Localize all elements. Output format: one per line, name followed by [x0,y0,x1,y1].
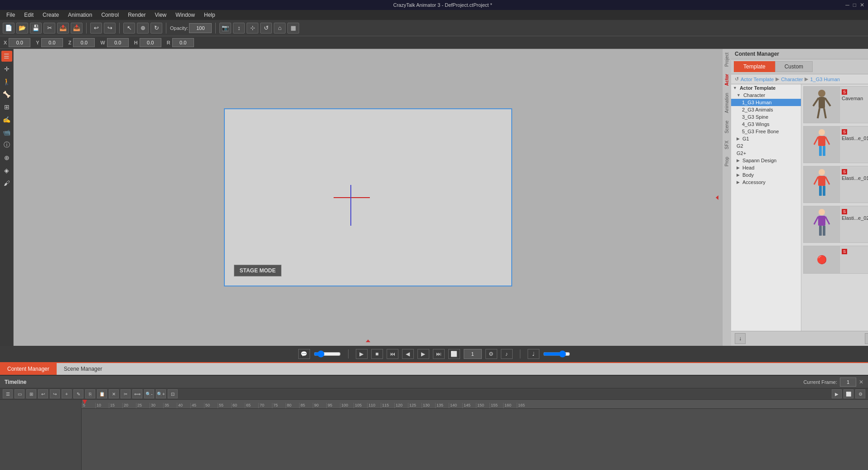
preview-elasti01f[interactable]: S Elasti...e_01_F [803,126,868,163]
menu-edit[interactable]: Edit [19,11,38,19]
transform-button[interactable]: ⊕ [137,23,149,34]
canvas-area[interactable]: STAGE MODE [14,49,722,346]
tool-bone[interactable]: 🦴 [1,89,12,100]
tool-script[interactable]: ✍ [1,114,12,125]
r-input[interactable] [172,38,194,47]
record-button[interactable]: ⬜ [448,349,460,359]
side-tab-scene[interactable]: Scene [723,117,731,137]
side-tab-actor[interactable]: Actor [723,70,731,89]
w-input[interactable] [107,38,129,47]
tab-content-manager[interactable]: Content Manager [0,363,57,375]
save-button[interactable]: 💾 [30,23,42,34]
tool-mesh[interactable]: ⊞ [1,102,12,112]
side-tab-prop[interactable]: Prop [723,153,731,170]
tl-expand-all[interactable]: ☰ [3,389,13,398]
tl-split[interactable]: ✂ [121,389,131,398]
tl-undo[interactable]: ↩ [38,389,48,398]
tree-g3human[interactable]: 1_G3 Human [731,99,801,106]
tab-scene-manager[interactable]: Scene Manager [57,363,110,375]
preview-caveman[interactable]: S Caveman [803,86,868,123]
bc-refresh-icon[interactable]: ↺ [735,76,739,82]
close-button[interactable]: ✕ [860,2,864,8]
cm-add-button[interactable]: + [865,333,868,344]
camera-button[interactable]: 📷 [219,23,231,34]
y-input[interactable] [41,38,63,47]
center-button[interactable]: ⊹ [247,23,258,34]
music-icon[interactable]: ♩ [528,349,539,359]
tl-zoom-in[interactable]: 🔍+ [156,389,166,398]
tab-custom[interactable]: Custom [775,61,813,72]
timeline-close-icon[interactable]: ✕ [859,379,863,385]
tree-g1[interactable]: ▶ G1 [731,135,801,142]
select-button[interactable]: ↖ [123,23,135,34]
prev-frame-button[interactable]: ⏮ [387,349,398,359]
x-input[interactable] [9,38,30,47]
tree-accessory[interactable]: ▶ Accessory [731,179,801,186]
bc-character[interactable]: Character [781,77,803,82]
preview-elasti02f[interactable]: S Elasti...e_02_F [803,206,868,243]
play-button[interactable]: ▶ [356,349,368,359]
rotate-button[interactable]: ↻ [150,23,162,34]
preview-elasti01s[interactable]: S Elasti...e_01_S [803,166,868,203]
audio-button[interactable]: ♪ [501,349,513,359]
tree-g3freebone[interactable]: 5_G3 Free Bone [731,128,801,135]
tree-g3wings[interactable]: 4_G3 Wings [731,121,801,128]
tl-record[interactable]: ⬜ [844,389,853,398]
music-slider[interactable] [543,350,570,358]
grid-button[interactable]: ▦ [287,23,299,34]
tl-copy[interactable]: ⎘ [85,389,95,398]
new-button[interactable]: 📄 [3,23,15,34]
speech-slider[interactable] [314,350,341,358]
scroll-right-arrow[interactable] [714,195,718,200]
tree-sapann[interactable]: ▶ Sapann Design [731,157,801,164]
undo-button[interactable]: ↩ [90,23,102,34]
tree-g2[interactable]: G2 [731,142,801,150]
bc-g3human[interactable]: 1_G3 Human [810,77,839,82]
tl-zoom-out[interactable]: 🔍- [144,389,154,398]
tl-add-key[interactable]: + [62,389,72,398]
tl-collapse[interactable]: ▭ [15,389,24,398]
tool-animate[interactable]: 🚶 [1,76,12,87]
tree-g3spine[interactable]: 3_G3 Spine [731,113,801,121]
move-button[interactable]: ↕ [233,23,245,34]
scroll-up-arrow[interactable] [366,338,370,342]
speech-button[interactable]: 💬 [298,349,310,359]
tl-group[interactable]: ⊞ [26,389,36,398]
export-button[interactable]: 📤 [57,23,69,34]
menu-create[interactable]: Create [38,11,63,19]
tree-actor-template[interactable]: ▼ Actor Template [731,84,801,92]
stop-button[interactable]: ■ [371,349,383,359]
tl-delete[interactable]: ✕ [109,389,119,398]
tool-camera[interactable]: 📹 [1,127,12,138]
tool-move[interactable]: ✛ [1,63,12,74]
tl-paste[interactable]: 📋 [97,389,107,398]
tl-play[interactable]: ▶ [832,389,842,398]
cm-download-button[interactable]: ↓ [735,333,746,344]
menu-render[interactable]: Render [123,11,150,19]
tree-body[interactable]: ▶ Body [731,171,801,179]
menu-control[interactable]: Control [97,11,123,19]
tab-template[interactable]: Template [734,61,775,72]
step-forward-button[interactable]: ▶ [417,349,429,359]
tl-fit[interactable]: ⊡ [168,389,178,398]
tool-select[interactable]: ☰ [1,51,12,62]
home-button[interactable]: ⌂ [274,23,286,34]
menu-file[interactable]: File [2,11,19,19]
menu-window[interactable]: Window [171,11,199,19]
opacity-input[interactable] [189,23,212,33]
import-button[interactable]: 📥 [71,23,82,34]
redo-button[interactable]: ↪ [104,23,116,34]
tl-redo[interactable]: ↪ [50,389,60,398]
bc-actor-template[interactable]: Actor Template [741,77,774,82]
z-input[interactable] [73,38,95,47]
tl-transition[interactable]: ⟺ [132,389,142,398]
settings-button[interactable]: ⚙ [485,349,497,359]
tool-add[interactable]: ⊕ [1,152,12,163]
tree-g3animals[interactable]: 2_G3 Animals [731,106,801,113]
preview-more[interactable]: 🔴 S [803,246,868,274]
h-input[interactable] [140,38,161,47]
tool-extra[interactable]: ◈ [1,165,12,176]
tree-g2plus[interactable]: G2+ [731,150,801,157]
tool-paint[interactable]: 🖌 [1,178,12,189]
side-tab-animation[interactable]: Animation [723,89,731,116]
